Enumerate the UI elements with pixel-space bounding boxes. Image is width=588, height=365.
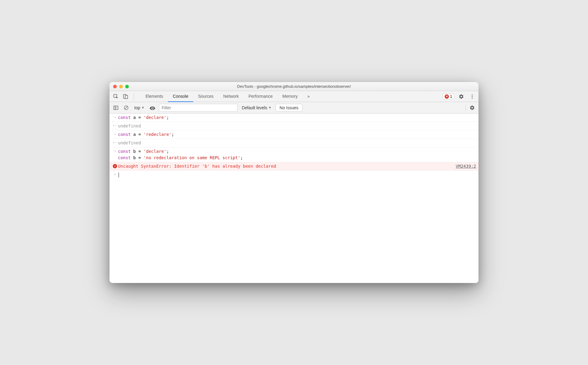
svg-line-9 <box>125 106 128 109</box>
svg-point-3 <box>472 94 473 95</box>
inspect-element-icon[interactable] <box>112 93 120 100</box>
output-chevron-icon: ‹· <box>112 123 118 129</box>
main-tabs-bar: Elements Console Sources Network Perform… <box>109 91 479 102</box>
console-result: undefined <box>118 123 476 129</box>
console-code: const a = 'declare'; <box>118 114 476 121</box>
chevron-down-icon: ▼ <box>268 106 271 109</box>
console-input-row: ›const b = 'declare'; const b = 'no rede… <box>109 147 479 162</box>
tab-console[interactable]: Console <box>168 91 193 102</box>
input-chevron-icon: › <box>112 114 118 121</box>
output-chevron-icon: ‹· <box>112 140 118 146</box>
console-input-row: ›const a = 'declare'; <box>109 113 479 122</box>
context-label: top <box>134 105 140 110</box>
input-chevron-icon: › <box>112 148 118 161</box>
divider <box>134 94 134 100</box>
levels-label: Default levels <box>242 105 267 110</box>
console-input-field[interactable] <box>118 172 476 178</box>
maximize-window-button[interactable] <box>125 85 129 88</box>
svg-point-4 <box>472 96 473 97</box>
tab-overflow[interactable]: » <box>302 91 315 102</box>
tabs-list: Elements Console Sources Network Perform… <box>141 91 315 102</box>
live-expression-icon[interactable] <box>149 104 156 112</box>
console-code: const a = 'redeclare'; <box>118 131 476 138</box>
chevron-down-icon: ▼ <box>141 106 144 109</box>
more-menu-icon[interactable] <box>468 93 476 100</box>
console-code: const b = 'declare'; const b = 'no redec… <box>118 148 476 161</box>
svg-point-5 <box>472 97 473 98</box>
console-error-row: ✕Uncaught SyntaxError: Identifier 'b' ha… <box>109 162 479 171</box>
show-console-sidebar-icon[interactable] <box>112 104 120 112</box>
settings-icon[interactable] <box>457 93 465 100</box>
divider <box>466 105 466 111</box>
minimize-window-button[interactable] <box>119 85 123 88</box>
console-settings-icon[interactable] <box>468 104 476 112</box>
console-output-row: ‹·undefined <box>109 139 479 147</box>
console-result: undefined <box>118 140 476 146</box>
tabs-left: Elements Console Sources Network Perform… <box>112 91 315 102</box>
filter-input[interactable] <box>159 104 237 112</box>
issues-button[interactable]: No Issues <box>276 104 302 112</box>
tab-network[interactable]: Network <box>218 91 243 102</box>
input-chevron-icon: › <box>112 131 118 138</box>
console-output-row: ‹·undefined <box>109 122 479 130</box>
console-messages[interactable]: ›const a = 'declare';‹·undefined›const a… <box>109 113 479 283</box>
clear-console-icon[interactable] <box>122 104 130 112</box>
source-link[interactable]: VM2439:2 <box>450 163 476 169</box>
devtools-window: DevTools - googlechrome.github.io/sample… <box>109 82 479 283</box>
console-input-row: ›const a = 'redeclare'; <box>109 130 479 139</box>
svg-rect-2 <box>125 95 128 99</box>
traffic-lights <box>113 85 129 88</box>
log-levels-selector[interactable]: Default levels ▼ <box>240 105 273 111</box>
tabs-right: ✕ 1 <box>443 93 476 100</box>
error-count: 1 <box>450 94 452 99</box>
error-icon: ✕ <box>112 163 118 169</box>
tab-elements[interactable]: Elements <box>141 91 168 102</box>
error-count-badge[interactable]: ✕ 1 <box>443 94 454 99</box>
context-selector[interactable]: top ▼ <box>132 105 146 111</box>
error-icon: ✕ <box>445 94 449 99</box>
console-toolbar: top ▼ Default levels ▼ No Issues <box>109 102 479 113</box>
window-title: DevTools - googlechrome.github.io/sample… <box>113 84 475 89</box>
error-message: Uncaught SyntaxError: Identifier 'b' has… <box>118 163 450 169</box>
device-toolbar-icon[interactable] <box>122 93 129 100</box>
tab-performance[interactable]: Performance <box>243 91 277 102</box>
toolbar-right <box>463 104 476 112</box>
prompt-chevron-icon: › <box>112 172 118 178</box>
console-prompt-row: › <box>109 171 479 179</box>
tab-sources[interactable]: Sources <box>193 91 218 102</box>
close-window-button[interactable] <box>113 85 117 88</box>
tab-memory[interactable]: Memory <box>278 91 303 102</box>
titlebar: DevTools - googlechrome.github.io/sample… <box>109 82 479 91</box>
